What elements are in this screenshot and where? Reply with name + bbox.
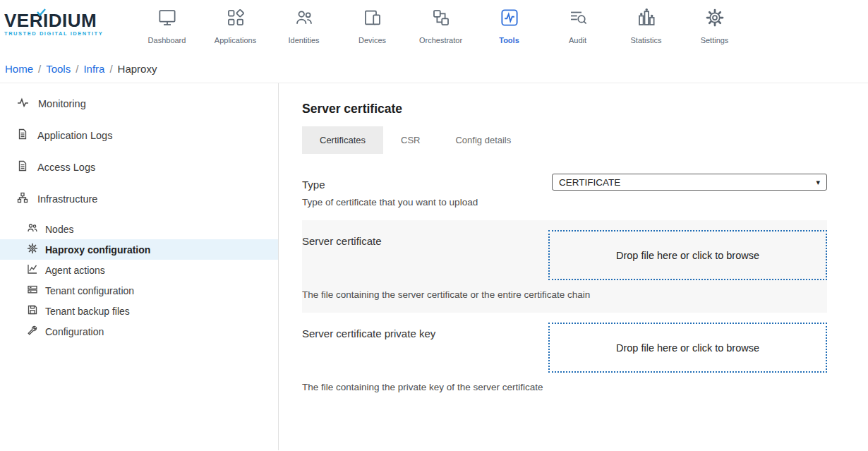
veridium-logo[interactable]: VERIDIUM TRUSTED DIGITAL IDENTITY xyxy=(4,11,111,37)
sidebar-item-configuration[interactable]: Configuration xyxy=(0,321,278,342)
sidebar-item-label: Tenant configuration xyxy=(45,285,134,296)
tab-csr[interactable]: CSR xyxy=(383,126,438,154)
nav-label: Identities xyxy=(288,36,319,44)
breadcrumb-tools[interactable]: Tools xyxy=(46,63,71,75)
dropzone-text: Drop file here or click to browse xyxy=(616,342,759,354)
nav-label: Settings xyxy=(701,36,729,44)
sidebar-item-label: Access Logs xyxy=(37,162,95,173)
brand-tagline: TRUSTED DIGITAL IDENTITY xyxy=(4,30,111,37)
sidebar-item-haproxy-configuration[interactable]: Haproxy configuration xyxy=(0,239,278,260)
nodes-icon xyxy=(27,222,38,236)
server-certificate-row: Server certificate Drop file here or cli… xyxy=(302,220,827,313)
sidebar-item-infrastructure[interactable]: Infrastructure xyxy=(0,183,278,215)
type-select-value: CERTIFICATE xyxy=(559,177,620,188)
type-helper: Type of certificate that you want to upl… xyxy=(302,197,478,208)
nav-label: Dashboard xyxy=(148,36,186,44)
brand-check-icon xyxy=(37,8,46,16)
sidebar-item-label: Tenant backup files xyxy=(45,306,130,317)
nav-item-devices[interactable]: Devices xyxy=(338,0,406,44)
dropzone-text: Drop file here or click to browse xyxy=(616,250,759,261)
sidebar: Monitoring Application Logs xyxy=(0,83,279,450)
breadcrumb-home[interactable]: Home xyxy=(5,63,33,75)
nav-item-dashboard[interactable]: Dashboard xyxy=(133,0,201,44)
sidebar-item-tenant-configuration[interactable]: Tenant configuration xyxy=(0,280,278,301)
sidebar-infrastructure-group: Nodes xyxy=(0,219,278,342)
chart-icon xyxy=(27,263,38,277)
nav-label: Orchestrator xyxy=(419,36,462,44)
identities-icon xyxy=(294,7,315,31)
server-icon xyxy=(27,284,38,297)
sidebar-item-label: Haproxy configuration xyxy=(45,244,150,255)
nav-item-orchestrator[interactable]: Orchestrator xyxy=(406,0,475,44)
breadcrumb-separator: / xyxy=(109,63,112,75)
sidebar-item-label: Application Logs xyxy=(37,130,112,141)
audit-icon xyxy=(567,7,589,31)
certificate-form: Type Type of certificate that you want t… xyxy=(302,164,827,405)
nav-label: Statistics xyxy=(630,36,661,44)
dashboard-icon xyxy=(157,7,178,31)
sidebar-item-agent-actions[interactable]: Agent actions xyxy=(0,260,278,280)
nav-label: Devices xyxy=(358,36,386,44)
chevron-down-icon: ▾ xyxy=(816,178,820,187)
save-icon xyxy=(27,304,38,318)
nav-label: Audit xyxy=(569,36,586,44)
wrench-icon xyxy=(27,325,38,338)
nav-item-settings[interactable]: Settings xyxy=(680,0,749,44)
primary-nav: Dashboard Applications xyxy=(133,0,749,44)
type-row: Type Type of certificate that you want t… xyxy=(302,164,827,220)
private-key-row: Server certificate private key Drop file… xyxy=(302,313,827,405)
nav-item-applications[interactable]: Applications xyxy=(201,0,270,44)
monitoring-icon xyxy=(17,97,29,111)
applications-icon xyxy=(225,7,246,31)
sidebar-item-label: Infrastructure xyxy=(37,193,97,205)
orchestrator-icon xyxy=(430,7,452,31)
settings-icon xyxy=(704,7,725,31)
breadcrumb-current: Haproxy xyxy=(118,63,157,75)
private-key-label: Server certificate private key xyxy=(302,327,435,339)
nav-item-tools[interactable]: Tools xyxy=(475,0,543,44)
server-certificate-label: Server certificate xyxy=(302,235,382,247)
sidebar-item-access-logs[interactable]: Access Logs xyxy=(0,151,278,183)
sidebar-item-label: Monitoring xyxy=(38,98,86,109)
sidebar-item-label: Configuration xyxy=(45,326,104,337)
nav-item-audit[interactable]: Audit xyxy=(543,0,612,44)
gear-icon xyxy=(27,243,38,256)
infrastructure-icon xyxy=(17,192,28,205)
nav-label: Tools xyxy=(499,36,519,44)
tab-config-details[interactable]: Config details xyxy=(438,126,529,154)
breadcrumb: Home / Tools / Infra / Haproxy xyxy=(0,54,868,83)
private-key-dropzone[interactable]: Drop file here or click to browse xyxy=(548,323,827,373)
breadcrumb-infra[interactable]: Infra xyxy=(83,63,104,75)
breadcrumb-separator: / xyxy=(76,63,78,75)
content-area: Monitoring Application Logs xyxy=(0,83,868,450)
tools-icon xyxy=(499,7,520,31)
tabs: Certificates CSR Config details xyxy=(302,126,851,154)
document-icon xyxy=(17,160,28,174)
top-bar: VERIDIUM TRUSTED DIGITAL IDENTITY Dashbo… xyxy=(0,0,868,54)
main-panel: Server certificate Certificates CSR Conf… xyxy=(279,83,868,450)
document-icon xyxy=(17,128,28,142)
sidebar-item-monitoring[interactable]: Monitoring xyxy=(0,88,278,119)
page-title: Server certificate xyxy=(302,102,851,116)
server-certificate-dropzone[interactable]: Drop file here or click to browse xyxy=(548,230,827,280)
sidebar-item-label: Nodes xyxy=(45,224,73,235)
sidebar-item-nodes[interactable]: Nodes xyxy=(0,219,278,239)
breadcrumb-separator: / xyxy=(38,63,41,75)
sidebar-item-tenant-backup-files[interactable]: Tenant backup files xyxy=(0,301,278,321)
nav-item-statistics[interactable]: Statistics xyxy=(612,0,680,44)
type-label: Type xyxy=(302,179,478,191)
tab-certificates[interactable]: Certificates xyxy=(302,126,383,154)
devices-icon xyxy=(362,7,383,31)
server-certificate-helper: The file containing the server certifica… xyxy=(302,289,827,300)
nav-item-identities[interactable]: Identities xyxy=(270,0,338,44)
nav-label: Applications xyxy=(215,36,256,44)
statistics-icon xyxy=(636,7,657,31)
private-key-helper: The file containing the private key of t… xyxy=(302,382,827,392)
sidebar-item-label: Agent actions xyxy=(45,265,105,276)
sidebar-item-application-logs[interactable]: Application Logs xyxy=(0,119,278,151)
type-select[interactable]: CERTIFICATE ▾ xyxy=(552,174,827,191)
brand-name: VERIDIUM xyxy=(4,11,111,30)
